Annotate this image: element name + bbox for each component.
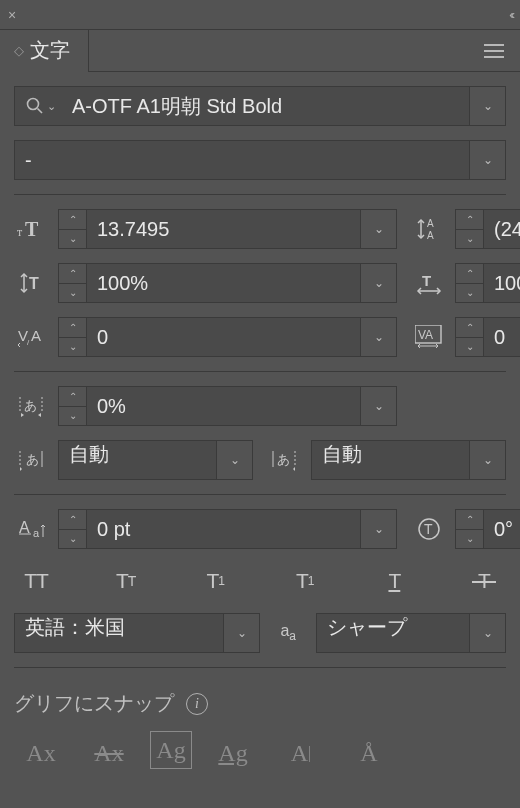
stepper[interactable]: ⌃⌄ (456, 318, 484, 356)
font-style-field[interactable]: ⌄ (14, 140, 506, 180)
stepper[interactable]: ⌃⌄ (59, 510, 87, 548)
tsume-icon: あ (14, 395, 50, 417)
leading-input[interactable] (484, 210, 520, 248)
leading-field[interactable]: ⌃⌄ ⌄ (455, 209, 520, 249)
underline-button[interactable]: T (372, 563, 416, 599)
aki-before-field[interactable]: 自動 ⌄ (58, 440, 253, 480)
stepper[interactable]: ⌃⌄ (456, 210, 484, 248)
stepper[interactable]: ⌃⌄ (59, 387, 87, 425)
antialias-field[interactable]: シャープ ⌄ (316, 613, 506, 653)
antialias-icon: aa (274, 622, 302, 643)
rotation-input[interactable] (484, 510, 520, 548)
chevron-down-icon[interactable]: ⌄ (360, 210, 396, 248)
svg-text:T: T (424, 521, 433, 537)
font-size-field[interactable]: ⌃⌄ ⌄ (58, 209, 397, 249)
snap-xheight-button[interactable]: Ax (82, 731, 136, 775)
search-icon: ⌄ (15, 87, 62, 125)
vscale-input[interactable] (87, 264, 360, 302)
snap-glyph-button[interactable]: Ag (150, 731, 192, 769)
svg-point-0 (28, 99, 39, 110)
svg-text:A: A (427, 230, 434, 241)
svg-text:A: A (31, 327, 41, 344)
font-size-icon: тT (14, 218, 50, 240)
svg-text:T: T (422, 272, 431, 289)
chevron-down-icon[interactable]: ⌄ (469, 441, 505, 479)
baseline-input[interactable] (87, 510, 360, 548)
vertical-scale-icon: T (14, 271, 50, 295)
font-style-input[interactable] (15, 141, 469, 179)
strikethrough-button[interactable]: T (462, 563, 506, 599)
collapse-icon[interactable]: ‹‹ (509, 7, 512, 22)
font-family-field[interactable]: ⌄ ⌄ (14, 86, 506, 126)
hscale-input[interactable] (484, 264, 520, 302)
info-icon[interactable]: i (186, 693, 208, 715)
hscale-field[interactable]: ⌃⌄ ⌄ (455, 263, 520, 303)
svg-text:т: т (17, 225, 23, 239)
chevron-down-icon[interactable]: ⌄ (360, 510, 396, 548)
language-field[interactable]: 英語：米国 ⌄ (14, 613, 260, 653)
baseline-shift-icon: Aa (14, 517, 50, 541)
svg-text:A: A (427, 218, 434, 229)
svg-text:/: / (27, 338, 30, 347)
svg-text:あ: あ (277, 452, 290, 467)
stepper[interactable]: ⌃⌄ (59, 264, 87, 302)
snap-glyph2-button[interactable]: Ag (206, 731, 260, 775)
stepper[interactable]: ⌃⌄ (456, 264, 484, 302)
chevron-down-icon[interactable]: ⌄ (216, 441, 252, 479)
tracking-field[interactable]: ⌃⌄ ⌄ (455, 317, 520, 357)
svg-text:あ: あ (26, 452, 39, 467)
tsume-input[interactable] (87, 387, 360, 425)
chevron-down-icon[interactable]: ⌄ (360, 387, 396, 425)
kerning-input[interactable] (87, 318, 360, 356)
aki-after-icon: あ (267, 449, 303, 471)
rotation-field[interactable]: ⌃⌄ ⌄ (455, 509, 520, 549)
baseline-field[interactable]: ⌃⌄ ⌄ (58, 509, 397, 549)
superscript-button[interactable]: T1 (193, 563, 237, 599)
chevron-down-icon[interactable]: ⌄ (360, 318, 396, 356)
svg-line-1 (38, 109, 43, 114)
chevron-down-icon[interactable]: ⌄ (469, 614, 505, 652)
smallcaps-button[interactable]: TT (104, 563, 148, 599)
chevron-down-icon[interactable]: ⌄ (469, 141, 505, 179)
aki-before-icon: あ (14, 449, 50, 471)
kerning-icon: V/A (14, 325, 50, 349)
kerning-field[interactable]: ⌃⌄ ⌄ (58, 317, 397, 357)
svg-text:A: A (19, 519, 30, 536)
language-value: 英語：米国 (15, 614, 223, 652)
allcaps-button[interactable]: TT (14, 563, 58, 599)
panel-menu-icon[interactable] (478, 38, 510, 64)
stepper[interactable]: ⌃⌄ (59, 318, 87, 356)
stepper[interactable]: ⌃⌄ (456, 510, 484, 548)
aki-after-value: 自動 (312, 441, 469, 479)
aki-before-value: 自動 (59, 441, 216, 479)
font-family-input[interactable] (62, 87, 469, 125)
subscript-button[interactable]: T1 (283, 563, 327, 599)
rotation-icon: T (411, 516, 447, 542)
svg-text:a: a (33, 527, 40, 539)
snap-baseline-button[interactable]: Ax (14, 731, 68, 775)
tracking-input[interactable] (484, 318, 520, 356)
snap-angular-button[interactable]: Å (342, 731, 396, 775)
svg-text:あ: あ (24, 398, 37, 413)
leading-icon: AA (411, 217, 447, 241)
horizontal-scale-icon: T (411, 271, 447, 295)
glyph-snap-label: グリフにスナップ (14, 690, 174, 717)
tracking-icon: VA (411, 325, 447, 349)
vscale-field[interactable]: ⌃⌄ ⌄ (58, 263, 397, 303)
svg-text:VA: VA (418, 328, 433, 342)
svg-text:T: T (25, 218, 39, 240)
grip-icon: ◇ (14, 43, 24, 58)
svg-text:T: T (29, 275, 39, 292)
font-size-input[interactable] (87, 210, 360, 248)
stepper[interactable]: ⌃⌄ (59, 210, 87, 248)
tab-label: 文字 (30, 37, 70, 64)
tsume-field[interactable]: ⌃⌄ ⌄ (58, 386, 397, 426)
snap-left-button[interactable]: A| (274, 731, 328, 775)
chevron-down-icon[interactable]: ⌄ (223, 614, 259, 652)
close-icon[interactable]: × (8, 7, 16, 23)
chevron-down-icon[interactable]: ⌄ (469, 87, 505, 125)
antialias-value: シャープ (317, 614, 469, 652)
chevron-down-icon[interactable]: ⌄ (360, 264, 396, 302)
aki-after-field[interactable]: 自動 ⌄ (311, 440, 506, 480)
tab-character[interactable]: ◇ 文字 (0, 30, 89, 72)
